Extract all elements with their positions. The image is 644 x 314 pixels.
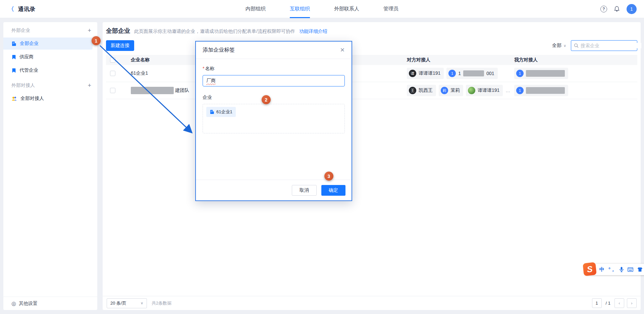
sidebar-item-all-enterprises[interactable]: 全部企业 bbox=[3, 38, 93, 50]
tab-admin[interactable]: 管理员 bbox=[383, 0, 398, 18]
new-connection-button[interactable]: 新建连接 bbox=[106, 40, 134, 51]
avatar: 谭 bbox=[409, 70, 416, 77]
company-tag[interactable]: 61企业1 bbox=[206, 107, 236, 117]
add-enterprise-tag-icon[interactable]: + bbox=[88, 27, 91, 34]
sidebar-item-label: 代管企业 bbox=[19, 67, 38, 73]
row-checkbox[interactable] bbox=[110, 71, 115, 76]
avatar: 1 bbox=[516, 70, 524, 77]
sidebar-item-suppliers[interactable]: 供应商 bbox=[3, 51, 93, 63]
photo-avatar bbox=[468, 87, 475, 94]
sidebar: 外部企业 + 全部企业 供应商 代管企业 外部对接人 + 全部对接人 ◎ 其他设… bbox=[3, 22, 97, 310]
pagination: 1 / 1 ‹ › bbox=[592, 298, 637, 308]
filter-dropdown[interactable]: 全部 ∨ bbox=[552, 43, 566, 49]
redacted-text bbox=[463, 70, 484, 76]
table-header-row: 企业名称 对方对接人 我方对接人 bbox=[106, 55, 637, 65]
sidebar-item-managed-enterprises[interactable]: 代管企业 bbox=[3, 64, 93, 76]
contact-name: 茉莉 bbox=[450, 87, 460, 93]
filter-value: 全部 bbox=[552, 43, 561, 49]
company-select-area[interactable]: 61企业1 bbox=[203, 104, 345, 133]
chevron-down-icon: ∨ bbox=[141, 301, 143, 305]
topbar: 〈 通讯录 内部组织 互联组织 外部联系人 管理员 ? 1 bbox=[0, 0, 644, 18]
sidebar-group-external-enterprise: 外部企业 + bbox=[3, 24, 97, 37]
search-box bbox=[571, 40, 637, 51]
bookmark-icon bbox=[11, 55, 16, 60]
modal-title: 添加企业标签 bbox=[203, 47, 235, 54]
toolbar-right: 全部 ∨ bbox=[552, 40, 637, 51]
contact-chip[interactable]: 1 bbox=[514, 85, 568, 96]
modal-header: 添加企业标签 ✕ bbox=[196, 42, 352, 59]
redacted-company-name bbox=[131, 87, 174, 94]
tag-name-input[interactable]: 厂商 bbox=[203, 75, 345, 86]
tab-external-contacts[interactable]: 外部联系人 bbox=[334, 0, 359, 18]
company-name: 61企业1 bbox=[131, 70, 148, 76]
chevron-down-icon: ∨ bbox=[564, 44, 566, 48]
step-badge-1: 1 bbox=[92, 36, 101, 45]
soft-keyboard-icon[interactable] bbox=[628, 267, 633, 272]
contact-chip[interactable]: 1 1 001 bbox=[446, 68, 497, 79]
page-description: 此页面展示你主动邀请的企业，邀请成功后给他们分配表单/流程权限即可协作 bbox=[134, 28, 295, 35]
ime-toolbar: S 中 °， bbox=[585, 264, 644, 275]
sidebar-item-all-contacts[interactable]: 全部对接人 bbox=[3, 92, 93, 105]
page-title: 全部企业 bbox=[106, 27, 130, 35]
tab-internal-org[interactable]: 内部组织 bbox=[246, 0, 266, 18]
settings-target-icon: ◎ bbox=[11, 300, 16, 307]
current-page-input[interactable]: 1 bbox=[592, 298, 602, 308]
column-header-company: 企业名称 bbox=[131, 57, 150, 63]
tab-connected-org[interactable]: 互联组织 bbox=[290, 0, 310, 18]
column-header-their-contact: 对方对接人 bbox=[407, 57, 430, 63]
company-name-suffix: 建团队 bbox=[175, 87, 189, 93]
select-all-checkbox[interactable] bbox=[110, 57, 115, 63]
search-input[interactable] bbox=[581, 43, 641, 48]
table-row[interactable]: 61企业1 谭 谭谭谭191 1 1 001 1 bbox=[106, 65, 637, 82]
contact-chip[interactable]: 谭 谭谭谭191 bbox=[407, 68, 444, 79]
required-mark: * bbox=[203, 66, 204, 71]
bookmark-icon bbox=[11, 68, 16, 73]
modal-footer: 取消 确定 bbox=[196, 180, 352, 200]
cancel-button[interactable]: 取消 bbox=[292, 185, 317, 196]
column-header-our-contact: 我方对接人 bbox=[514, 57, 538, 63]
close-icon[interactable]: ✕ bbox=[340, 47, 345, 54]
search-icon bbox=[574, 43, 579, 48]
help-icon[interactable]: ? bbox=[600, 6, 607, 12]
redacted-text bbox=[526, 87, 565, 94]
next-page-button[interactable]: › bbox=[627, 298, 637, 308]
sidebar-group-label: 外部对接人 bbox=[11, 82, 35, 88]
table-row[interactable]: 建团队 王 凯西王 莉 茉莉 谭谭谭191 … 1 bbox=[106, 82, 637, 99]
contact-chip[interactable]: 莉 茉莉 bbox=[439, 85, 463, 96]
sidebar-other-settings[interactable]: ◎ 其他设置 bbox=[3, 297, 97, 310]
name-field-label: *名称 bbox=[203, 66, 345, 72]
add-contact-tag-icon[interactable]: + bbox=[88, 82, 91, 88]
sogou-logo-icon[interactable]: S bbox=[583, 262, 597, 276]
more-contacts-icon[interactable]: … bbox=[505, 88, 511, 93]
skin-tshirt-icon[interactable] bbox=[637, 267, 643, 272]
sidebar-item-label: 全部企业 bbox=[20, 41, 39, 47]
people-icon bbox=[11, 96, 17, 101]
ime-punctuation-icon[interactable]: °， bbox=[608, 266, 615, 273]
sidebar-item-label: 全部对接人 bbox=[20, 96, 44, 102]
contact-name-suffix: 001 bbox=[486, 71, 494, 76]
company-tag-label: 61企业1 bbox=[216, 109, 232, 115]
feature-intro-link[interactable]: 功能详细介绍 bbox=[299, 28, 327, 35]
confirm-button[interactable]: 确定 bbox=[321, 185, 345, 196]
step-badge-2: 2 bbox=[262, 95, 271, 104]
building-icon bbox=[11, 41, 16, 46]
bell-icon[interactable] bbox=[614, 6, 620, 12]
row-checkbox[interactable] bbox=[110, 88, 115, 93]
prev-page-button[interactable]: ‹ bbox=[614, 298, 624, 308]
microphone-icon[interactable] bbox=[620, 267, 624, 272]
contact-chip[interactable]: 王 凯西王 bbox=[407, 85, 436, 96]
company-field-label: 企业 bbox=[203, 95, 345, 101]
user-avatar[interactable]: 1 bbox=[627, 4, 637, 14]
avatar: 莉 bbox=[441, 87, 448, 94]
ime-chinese-mode-icon[interactable]: 中 bbox=[599, 266, 604, 273]
avatar: 王 bbox=[409, 87, 416, 94]
contact-chip[interactable]: 谭谭谭191 bbox=[466, 85, 503, 96]
total-pages: / 1 bbox=[606, 301, 610, 306]
page-header: 全部企业 此页面展示你主动邀请的企业，邀请成功后给他们分配表单/流程权限即可协作… bbox=[106, 27, 637, 35]
contact-chip[interactable]: 1 bbox=[514, 68, 568, 79]
contact-name: 谭谭谭191 bbox=[478, 87, 499, 93]
page-size-select[interactable]: 20 条/页 ∨ bbox=[107, 298, 147, 308]
tag-name-value: 厂商 bbox=[206, 78, 216, 84]
avatar: 1 bbox=[448, 70, 456, 77]
sidebar-group-label: 外部企业 bbox=[11, 27, 30, 34]
